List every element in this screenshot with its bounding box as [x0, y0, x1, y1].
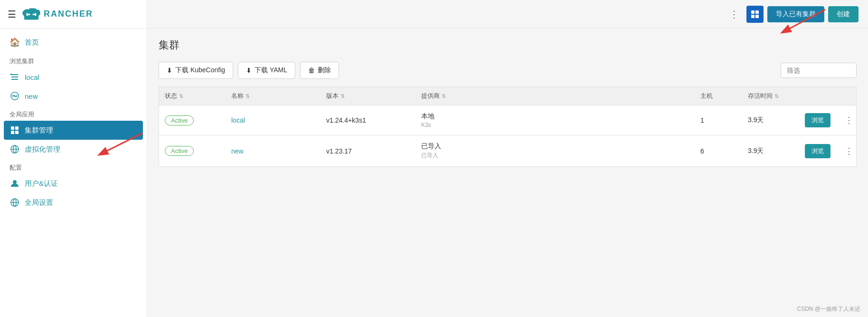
sidebar-item-home-label: 首页: [25, 38, 39, 47]
grid-icon[interactable]: [746, 6, 764, 23]
browse-new-button[interactable]: 浏览: [805, 144, 830, 158]
row-local-provider-sub: K3s: [421, 122, 431, 128]
svg-rect-12: [15, 131, 19, 134]
row-new-more: ⋮: [837, 135, 856, 166]
svg-rect-10: [15, 126, 19, 130]
sidebar-item-virt-mgmt-label: 虚拟化管理: [25, 145, 60, 154]
cluster-local-link[interactable]: local: [231, 116, 245, 124]
row-local-provider-main: 本地: [421, 112, 434, 121]
download-kubeconfig-icon: ⬇: [167, 67, 172, 74]
status-badge: Active: [165, 146, 194, 156]
download-yaml-button[interactable]: ⬇ 下载 YAML: [238, 62, 295, 79]
row-new-version: v1.23.17: [321, 135, 415, 166]
sidebar-item-new-label: new: [25, 92, 38, 100]
row-new-uptime: 3.9天: [742, 135, 799, 166]
sidebar-item-cluster-mgmt[interactable]: 集群管理: [4, 121, 143, 140]
row-local-version: v1.24.4+k3s1: [321, 106, 415, 135]
logo-text: RANCHER: [44, 9, 93, 19]
download-kubeconfig-button[interactable]: ⬇ 下载 KubeConfig: [159, 62, 233, 79]
svg-rect-23: [755, 10, 759, 14]
row-new-more-icon[interactable]: ⋮: [843, 144, 855, 158]
svg-point-2: [28, 13, 30, 15]
header-status: 状态 ⇅: [159, 87, 226, 105]
table-row: Active local v1.24.4+k3s1 本地 K3s 1 3.9天 …: [159, 105, 857, 135]
sidebar-item-local-label: local: [25, 73, 39, 81]
sidebar-item-local[interactable]: local: [0, 67, 147, 86]
page-title: 集群: [159, 38, 857, 52]
row-new-provider-sub: 已导入: [421, 152, 438, 160]
row-new-status: Active: [159, 135, 226, 166]
config-section-label: 配置: [0, 159, 147, 174]
main-header: ⋮ 导入已有集群 创建: [147, 0, 868, 29]
svg-rect-0: [27, 13, 28, 16]
sort-name-icon[interactable]: ⇅: [245, 93, 250, 99]
table-row: Active new v1.23.17 已导入 已导入 6 3.9天 浏览 ⋮: [159, 135, 857, 167]
browse-local-button[interactable]: 浏览: [805, 113, 830, 127]
header-version: 版本 ⇅: [321, 87, 415, 105]
sort-provider-icon[interactable]: ⇅: [442, 93, 446, 99]
svg-rect-22: [751, 10, 755, 14]
filter-input[interactable]: [781, 63, 857, 78]
sidebar-item-home[interactable]: 🏠 首页: [0, 32, 147, 52]
row-local-provider: 本地 K3s: [415, 106, 695, 135]
row-local-more: ⋮: [837, 106, 856, 135]
header-uptime: 存活时间 ⇅: [742, 87, 799, 105]
delete-label: 删除: [318, 66, 331, 75]
clusters-table: 状态 ⇅ 名称 ⇅ 版本 ⇅ 提供商 ⇅ 主机: [159, 86, 857, 167]
sidebar-item-user-auth[interactable]: 用户&认证: [0, 174, 147, 193]
main-content-area: ⋮ 导入已有集群 创建 集群 ⬇ 下载 KubeConfig ⬇ 下载 YAML: [147, 0, 868, 317]
row-local-status: Active: [159, 106, 226, 135]
row-new-provider-main: 已导入: [421, 142, 441, 151]
svg-point-3: [32, 13, 35, 15]
row-local-browse: 浏览: [799, 106, 837, 135]
svg-rect-1: [35, 13, 36, 16]
cluster-new-link[interactable]: new: [231, 147, 244, 155]
table-header: 状态 ⇅ 名称 ⇅ 版本 ⇅ 提供商 ⇅ 主机: [159, 86, 857, 105]
svg-rect-4: [10, 74, 12, 75]
more-options-icon[interactable]: ⋮: [729, 9, 739, 20]
cluster-mgmt-icon: [9, 125, 20, 135]
header-browse: [799, 87, 837, 105]
status-badge: Active: [165, 115, 194, 125]
create-cluster-button[interactable]: 创建: [828, 6, 859, 22]
logo: RANCHER: [22, 8, 93, 21]
local-cluster-icon: [9, 72, 20, 82]
sidebar-item-user-auth-label: 用户&认证: [25, 179, 58, 188]
svg-rect-25: [755, 15, 759, 18]
watermark: CSDN @一曲终了人未还: [147, 301, 868, 317]
row-local-uptime: 3.9天: [742, 106, 799, 135]
svg-point-16: [13, 180, 17, 184]
svg-rect-24: [751, 15, 755, 18]
sidebar-item-cluster-mgmt-label: 集群管理: [25, 126, 53, 135]
download-yaml-icon: ⬇: [246, 67, 252, 74]
import-cluster-button[interactable]: 导入已有集群: [767, 6, 824, 22]
sort-status-icon[interactable]: ⇅: [179, 93, 183, 99]
toolbar: ⬇ 下载 KubeConfig ⬇ 下载 YAML 🗑 删除: [159, 62, 857, 79]
sidebar-item-global-settings-label: 全局设置: [25, 198, 53, 207]
header-more: [837, 87, 856, 105]
global-apps-section-label: 全局应用: [0, 106, 147, 121]
sidebar-item-virt-mgmt[interactable]: 虚拟化管理: [0, 140, 147, 159]
user-auth-icon: [9, 179, 20, 188]
row-new-name: new: [226, 135, 321, 166]
new-cluster-icon: [9, 91, 20, 101]
sort-version-icon[interactable]: ⇅: [340, 93, 345, 99]
header-name: 名称 ⇅: [226, 87, 321, 105]
download-kubeconfig-label: 下载 KubeConfig: [175, 66, 225, 75]
svg-rect-11: [11, 131, 14, 134]
row-new-browse: 浏览: [799, 135, 837, 166]
svg-point-7: [14, 96, 16, 97]
download-yaml-label: 下载 YAML: [255, 66, 287, 75]
row-local-more-icon[interactable]: ⋮: [843, 113, 855, 127]
hamburger-menu-icon[interactable]: ☰: [8, 9, 16, 20]
svg-point-6: [12, 96, 14, 97]
sidebar-item-global-settings[interactable]: 全局设置: [0, 193, 147, 212]
row-new-provider: 已导入 已导入: [415, 135, 695, 166]
sidebar-header: ☰ RANCHER: [0, 0, 147, 29]
sidebar-item-new[interactable]: new: [0, 86, 147, 106]
rancher-logo-icon: [22, 8, 41, 21]
global-settings-icon: [9, 198, 20, 207]
sort-uptime-icon[interactable]: ⇅: [774, 93, 779, 99]
delete-button[interactable]: 🗑 删除: [300, 62, 339, 79]
row-new-hosts: 6: [695, 135, 742, 166]
